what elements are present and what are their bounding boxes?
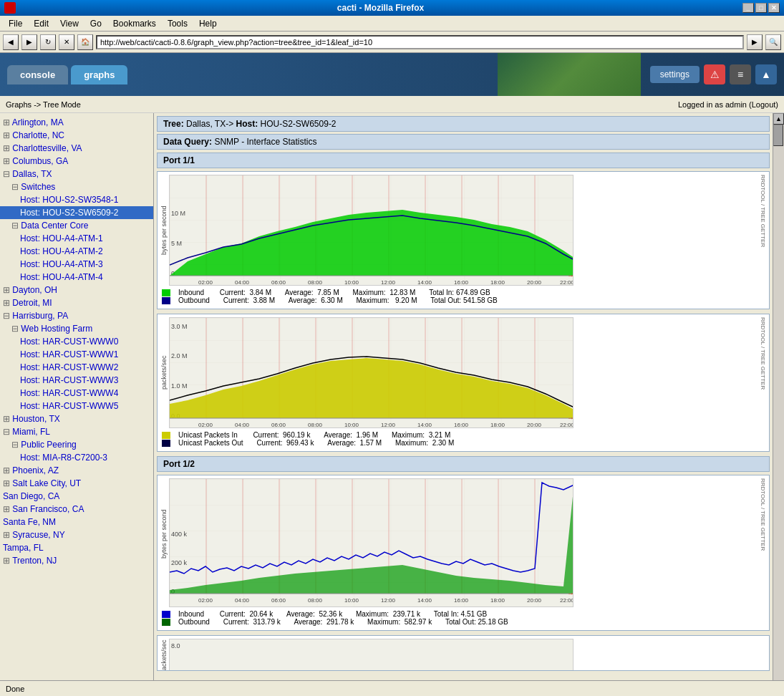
header-tabs: console graphs <box>7 65 127 84</box>
alert-button[interactable]: ⚠ <box>704 64 725 84</box>
sidebar-item-publicpeering[interactable]: ⊟ Public Peering <box>0 438 153 451</box>
legend-inbound-current: Current: 3.84 M <box>220 289 271 296</box>
svg-text:02:00: 02:00 <box>198 279 213 286</box>
sidebar-item-sanfrancisco[interactable]: ⊞ San Francisco, CA <box>0 503 153 516</box>
sidebar-item-columbus[interactable]: ⊞ Columbus, GA <box>0 155 153 168</box>
search-button[interactable]: 🔍 <box>765 34 781 50</box>
sidebar-item-detroit[interactable]: ⊞ Detroit, MI <box>0 296 153 309</box>
window-controls[interactable]: _ □ ✕ <box>742 3 780 13</box>
svg-text:10:00: 10:00 <box>344 422 359 428</box>
graph-button[interactable]: ▲ <box>755 64 777 84</box>
sidebar-item-datacenter[interactable]: ⊟ Data Center Core <box>0 219 153 232</box>
tab-graphs[interactable]: graphs <box>71 65 127 84</box>
scroll-thumb[interactable] <box>773 125 783 146</box>
scroll-up-button[interactable]: ▲ <box>773 113 784 125</box>
sidebar-item-saltlake[interactable]: ⊞ Salt Lake City, UT <box>0 477 153 490</box>
sidebar-item-harrisburg[interactable]: ⊟ Harrisburg, PA <box>0 309 153 322</box>
svg-text:12:00: 12:00 <box>381 422 396 428</box>
sidebar-item-atm1[interactable]: Host: HOU-A4-ATM-1 <box>0 232 153 245</box>
sidebar-item-atm4[interactable]: Host: HOU-A4-ATM-4 <box>0 271 153 284</box>
svg-text:3.0 M: 3.0 M <box>171 323 188 330</box>
legend-outbound12-total: Total Out: 25.18 GB <box>445 618 508 626</box>
sidebar-item-www2[interactable]: Host: HAR-CUST-WWW2 <box>0 361 153 374</box>
svg-text:22:00: 22:00 <box>560 597 574 604</box>
svg-text:22:00: 22:00 <box>560 422 574 428</box>
graph-y-label-unicast11: packets/sec <box>160 317 168 428</box>
legend-inbound-maximum: Maximum: 12.83 M <box>353 289 416 296</box>
sidebar-item-houston[interactable]: ⊞ Houston, TX <box>0 412 153 425</box>
stop-button[interactable]: ✕ <box>59 34 74 50</box>
scrollbar-v[interactable]: ▲ ▼ <box>773 113 784 696</box>
port11-header: Port 1/1 <box>157 153 770 168</box>
sidebar-item-dallas[interactable]: ⊟ Dallas, TX <box>0 168 153 180</box>
menu-tools[interactable]: Tools <box>162 17 193 30</box>
sidebar-item-charlotte[interactable]: ⊞ Charlotte, NC <box>0 129 153 142</box>
svg-text:20:00: 20:00 <box>527 597 542 604</box>
svg-text:12:00: 12:00 <box>381 597 396 604</box>
svg-text:02:00: 02:00 <box>198 597 213 604</box>
menu-go[interactable]: Go <box>84 17 107 30</box>
sidebar-item-sw3548[interactable]: Host: HOU-S2-SW3548-1 <box>0 193 153 206</box>
legend-unicastin-average: Average: 1.96 M <box>324 431 378 439</box>
svg-text:8.0: 8.0 <box>171 642 180 649</box>
host-value: HOU-S2-SW6509-2 <box>261 119 337 129</box>
legend-outbound12-average: Average: 291.78 k <box>294 618 354 626</box>
legend-outbound12-current: Current: 313.79 k <box>223 618 281 626</box>
sidebar-item-phoenix[interactable]: ⊞ Phoenix, AZ <box>0 464 153 477</box>
svg-text:16:00: 16:00 <box>454 422 469 428</box>
menu-help[interactable]: Help <box>193 17 223 30</box>
reload-button[interactable]: ↻ <box>40 34 56 50</box>
menu-edit[interactable]: Edit <box>28 17 54 30</box>
sidebar-item-trenton[interactable]: ⊞ Trenton, NJ <box>0 554 153 567</box>
legend-unicastin-maximum: Maximum: 3.21 M <box>392 431 450 439</box>
legend-unicastout-maximum: Maximum: 2.30 M <box>395 439 454 447</box>
sidebar-item-santafe[interactable]: Santa Fe, NM <box>0 516 153 528</box>
sidebar-item-miami[interactable]: ⊟ Miami, FL <box>0 425 153 438</box>
sidebar-item-www0[interactable]: Host: HAR-CUST-WWW0 <box>0 335 153 348</box>
svg-text:→: → <box>567 271 574 279</box>
legend-inbound-average: Average: 7.85 M <box>285 289 339 296</box>
sidebar-item-charlottesville[interactable]: ⊞ Charlottesville, VA <box>0 142 153 155</box>
menu-view[interactable]: View <box>54 17 84 30</box>
sidebar-item-webhosting[interactable]: ⊟ Web Hosting Farm <box>0 322 153 335</box>
sidebar-item-tampa[interactable]: Tampa, FL <box>0 541 153 554</box>
graph-y-label-traffic11: bytes per second <box>160 175 168 286</box>
sidebar-item-switches[interactable]: ⊟ Switches <box>0 180 153 193</box>
graph-y-label-unicast12: packets/sec <box>160 639 168 671</box>
sidebar-item-atm3[interactable]: Host: HOU-A4-ATM-3 <box>0 258 153 271</box>
menu-file[interactable]: File <box>3 17 28 30</box>
status-text: Done <box>6 685 24 693</box>
sidebar-item-www4[interactable]: Host: HAR-CUST-WWW4 <box>0 387 153 400</box>
sidebar-item-sandiego[interactable]: San Diego, CA <box>0 490 153 503</box>
graph-right-label-unicast11: RRDTOOL / TREE GETTER <box>760 317 766 428</box>
graph-y-label-traffic12: bytes per second <box>160 478 168 589</box>
sidebar-item-atm2[interactable]: Host: HOU-A4-ATM-2 <box>0 245 153 258</box>
app-icon <box>4 2 16 14</box>
port12-header: Port 1/2 <box>157 456 770 472</box>
forward-button[interactable]: ▶ <box>21 34 37 50</box>
sidebar-item-syracuse[interactable]: ⊞ Syracuse, NY <box>0 528 153 541</box>
back-button[interactable]: ◀ <box>3 34 19 50</box>
window-title: cacti - Mozilla Firefox <box>19 3 742 13</box>
svg-text:14:00: 14:00 <box>417 597 432 604</box>
sidebar-item-www5[interactable]: Host: HAR-CUST-WWW5 <box>0 400 153 412</box>
sidebar-item-www1[interactable]: Host: HAR-CUST-WWW1 <box>0 348 153 361</box>
sidebar-item-www3[interactable]: Host: HAR-CUST-WWW3 <box>0 374 153 387</box>
go-button[interactable]: ▶ <box>747 34 763 50</box>
close-button[interactable]: ✕ <box>768 3 780 13</box>
settings-button[interactable]: settings <box>650 66 700 83</box>
sidebar-item-arlington[interactable]: ⊞ Arlington, MA <box>0 116 153 129</box>
menu-bookmarks[interactable]: Bookmarks <box>107 17 162 30</box>
sidebar-item-mia-r8[interactable]: Host: MIA-R8-C7200-3 <box>0 451 153 464</box>
svg-text:20:00: 20:00 <box>527 279 542 286</box>
minimize-button[interactable]: _ <box>742 3 754 13</box>
sidebar-item-dayton[interactable]: ⊞ Dayton, OH <box>0 284 153 296</box>
home-button[interactable]: 🏠 <box>77 34 93 50</box>
address-input[interactable] <box>96 35 744 49</box>
svg-text:06:00: 06:00 <box>271 597 286 604</box>
list-button[interactable]: ≡ <box>730 64 751 84</box>
maximize-button[interactable]: □ <box>755 3 767 13</box>
legend-inbound12-label: Inbound <box>178 610 204 618</box>
sidebar-item-sw6509[interactable]: Host: HOU-S2-SW6509-2 <box>0 206 153 219</box>
tab-console[interactable]: console <box>7 65 68 84</box>
